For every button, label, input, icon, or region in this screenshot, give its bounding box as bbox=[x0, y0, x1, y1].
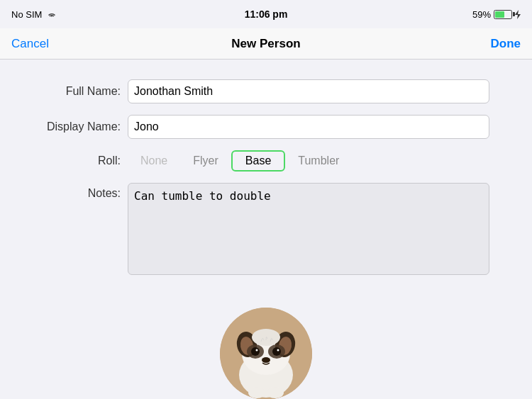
full-name-label: Full Name: bbox=[0, 85, 128, 98]
avatar-image bbox=[220, 308, 312, 399]
avatar[interactable] bbox=[220, 308, 312, 399]
battery-fill bbox=[495, 11, 504, 18]
display-name-input[interactable] bbox=[128, 115, 489, 139]
page-title: New Person bbox=[231, 37, 300, 51]
svg-point-16 bbox=[248, 387, 265, 398]
display-name-label: Display Name: bbox=[0, 120, 128, 133]
svg-marker-0 bbox=[515, 10, 521, 19]
done-button[interactable]: Done bbox=[491, 37, 521, 51]
carrier-label: No SIM bbox=[11, 9, 42, 20]
status-time: 11:06 pm bbox=[245, 9, 288, 20]
roll-options: None Flyer Base Tumbler bbox=[128, 150, 518, 172]
notes-label: Notes: bbox=[0, 183, 128, 200]
roll-option-flyer[interactable]: Flyer bbox=[180, 152, 231, 170]
status-right: 59% bbox=[472, 9, 521, 20]
nav-bar: Cancel New Person Done bbox=[0, 28, 532, 60]
form-container: Full Name: Display Name: Roll: None Flye… bbox=[0, 60, 532, 295]
svg-point-12 bbox=[256, 349, 258, 352]
notes-input[interactable]: Can tumble to double bbox=[128, 183, 489, 275]
svg-point-17 bbox=[267, 387, 284, 398]
notes-row: Notes: Can tumble to double bbox=[0, 177, 518, 281]
svg-point-11 bbox=[272, 347, 281, 356]
cancel-button[interactable]: Cancel bbox=[11, 37, 49, 51]
roll-label: Roll: bbox=[0, 154, 128, 167]
svg-point-10 bbox=[251, 347, 260, 356]
svg-point-14 bbox=[262, 357, 270, 363]
wifi-icon bbox=[46, 10, 57, 18]
full-name-row: Full Name: bbox=[0, 74, 518, 109]
battery-pct-label: 59% bbox=[472, 9, 491, 20]
full-name-input[interactable] bbox=[128, 79, 489, 103]
display-name-row: Display Name: bbox=[0, 109, 518, 145]
roll-row: Roll: None Flyer Base Tumbler bbox=[0, 145, 518, 177]
status-left: No SIM bbox=[11, 9, 57, 20]
avatar-area bbox=[0, 308, 532, 399]
status-bar: No SIM 11:06 pm 59% bbox=[0, 0, 532, 28]
charging-icon bbox=[515, 10, 521, 19]
svg-point-13 bbox=[277, 349, 279, 352]
roll-option-none[interactable]: None bbox=[128, 152, 180, 170]
roll-option-base[interactable]: Base bbox=[231, 150, 285, 172]
battery-icon bbox=[494, 10, 512, 19]
roll-option-tumbler[interactable]: Tumbler bbox=[285, 152, 352, 170]
